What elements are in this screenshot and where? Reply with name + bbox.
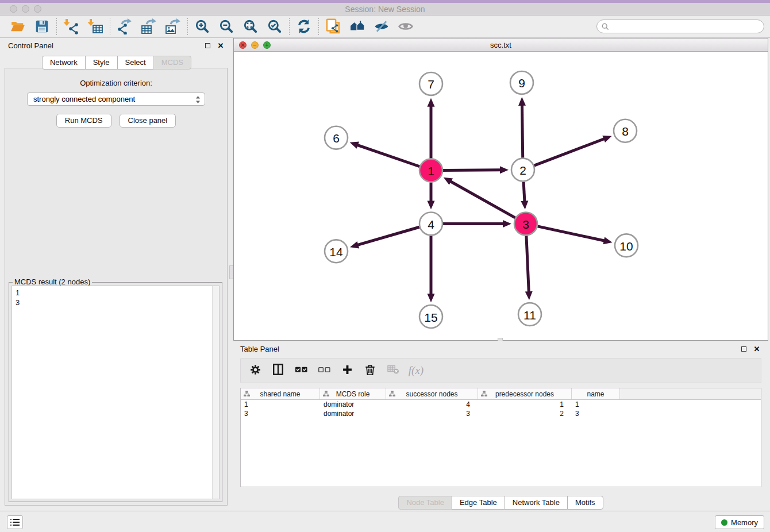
table-cell[interactable]: 1: [572, 400, 620, 408]
save-session-button[interactable]: [30, 17, 54, 36]
toolbar-separator: [110, 18, 110, 35]
network-canvas[interactable]: 7968124314101511: [234, 52, 768, 340]
close-table-panel-button[interactable]: ✕: [752, 344, 761, 353]
show-all-button[interactable]: [394, 17, 418, 36]
delete-row-button[interactable]: [360, 360, 380, 381]
table-cell[interactable]: 3: [241, 410, 320, 418]
edge-2-9[interactable]: [522, 105, 523, 158]
edge-4-14[interactable]: [357, 227, 419, 245]
import-network-button[interactable]: [59, 17, 83, 36]
refresh-button[interactable]: [292, 17, 316, 36]
edge-3-1[interactable]: [450, 181, 515, 218]
export-network-icon: [117, 18, 133, 34]
memory-button[interactable]: Memory: [715, 515, 764, 529]
edge-arrowhead: [602, 136, 611, 142]
table-toolbar: f(x): [240, 358, 761, 383]
edge-1-6[interactable]: [357, 145, 419, 167]
table-cell[interactable]: 3: [572, 410, 620, 418]
edge-arrowhead: [428, 201, 435, 209]
table-cell[interactable]: 3: [386, 410, 478, 418]
search-input[interactable]: [596, 20, 764, 33]
table-row[interactable]: 1dominator411: [241, 400, 761, 409]
toolbar-separator: [56, 18, 57, 35]
table-header-row: shared nameMCDS rolesuccessor nodesprede…: [241, 388, 761, 400]
zoom-out-icon: [219, 19, 234, 34]
run-mcds-button[interactable]: Run MCDS: [56, 114, 111, 128]
export-table-button[interactable]: [137, 17, 161, 36]
tab-node-table[interactable]: Node Table: [398, 496, 452, 510]
table-cell[interactable]: 2: [478, 410, 572, 418]
edge-arrowhead: [500, 166, 509, 174]
toolbar-separator: [289, 18, 290, 35]
columns-button[interactable]: [268, 360, 288, 381]
function-builder-icon: f(x): [409, 364, 424, 377]
edge-arrowhead: [518, 97, 526, 106]
edge-3-10[interactable]: [538, 226, 605, 241]
node-label-10: 10: [619, 240, 633, 253]
add-row-button[interactable]: [337, 360, 357, 381]
table-cell[interactable]: dominator: [320, 400, 386, 408]
tab-select[interactable]: Select: [117, 56, 154, 70]
zoom-out-button[interactable]: [214, 17, 238, 36]
column-header-mcds-role[interactable]: MCDS role: [320, 388, 386, 399]
deselect-all-button[interactable]: [314, 360, 334, 381]
zoom-in-button[interactable]: [190, 17, 214, 36]
column-header-successor-nodes[interactable]: successor nodes: [386, 388, 478, 399]
mcds-panel: Optimization criterion: strongly connect…: [5, 68, 228, 506]
add-row-icon: [341, 364, 353, 378]
settings-button[interactable]: [245, 360, 265, 381]
criterion-select[interactable]: strongly connected component: [27, 92, 205, 106]
tab-mcds[interactable]: MCDS: [153, 56, 191, 70]
import-table-button[interactable]: [83, 17, 107, 36]
tab-style[interactable]: Style: [85, 56, 118, 70]
tab-network-table[interactable]: Network Table: [505, 496, 568, 510]
network-window-titlebar[interactable]: ✕ − + scc.txt: [234, 38, 768, 52]
zoom-selected-button[interactable]: [263, 17, 287, 36]
edge-arrowhead: [521, 201, 528, 209]
mcds-result-title: MCDS result (2 nodes): [13, 277, 92, 286]
edge-2-3[interactable]: [523, 182, 525, 202]
close-panel-button[interactable]: ✕: [216, 41, 225, 50]
task-history-button[interactable]: [7, 515, 23, 529]
hide-selected-button[interactable]: [369, 17, 394, 36]
table-row[interactable]: 3dominator323: [241, 409, 761, 418]
table-cell[interactable]: 1: [241, 400, 320, 408]
column-header-shared-name[interactable]: shared name: [241, 388, 320, 399]
float-panel-button[interactable]: [203, 41, 212, 50]
column-header-label: successor nodes: [406, 390, 457, 398]
deselect-all-icon: [318, 363, 331, 379]
tab-network[interactable]: Network: [42, 56, 86, 70]
edge-3-11[interactable]: [526, 236, 529, 292]
column-header-filler: [620, 388, 761, 399]
zoom-fit-button[interactable]: [238, 17, 263, 36]
tab-edge-table[interactable]: Edge Table: [452, 496, 505, 510]
first-neighbors-button[interactable]: [345, 17, 369, 36]
result-scrollbar[interactable]: [212, 286, 219, 499]
float-table-panel-button[interactable]: [739, 344, 748, 353]
float-icon: [205, 43, 210, 48]
close-mcds-panel-button[interactable]: Close panel: [120, 114, 176, 128]
column-header-name[interactable]: name: [572, 388, 620, 399]
main-toolbar-groups: [6, 16, 418, 37]
edge-2-8[interactable]: [534, 138, 605, 165]
select-all-button[interactable]: [291, 360, 311, 381]
table-cell[interactable]: 4: [386, 400, 478, 408]
export-network-button[interactable]: [113, 17, 137, 36]
new-network-from-selection-button[interactable]: [321, 17, 345, 36]
column-header-predecessor-nodes[interactable]: predecessor nodes: [478, 388, 572, 399]
optimization-criterion-label: Optimization criterion:: [5, 79, 227, 87]
tab-motifs[interactable]: Motifs: [567, 496, 603, 510]
session-title: Session: New Session: [0, 5, 770, 14]
network-window-title: scc.txt: [234, 41, 768, 49]
zoom-in-icon: [195, 19, 210, 34]
open-session-button[interactable]: [6, 17, 30, 36]
column-header-label: MCDS role: [336, 390, 370, 398]
control-panel: Control Panel ✕ NetworkStyleSelectMCDS O…: [2, 38, 231, 510]
delete-table-icon: [387, 363, 400, 378]
table-cell[interactable]: dominator: [320, 410, 386, 418]
edge-1-2[interactable]: [443, 170, 501, 171]
table-tabs: Node TableEdge TableNetwork TableMotifs: [398, 496, 603, 510]
control-panel-header: Control Panel ✕: [2, 38, 231, 53]
export-image-button[interactable]: [161, 17, 185, 36]
table-cell[interactable]: 1: [478, 400, 572, 408]
